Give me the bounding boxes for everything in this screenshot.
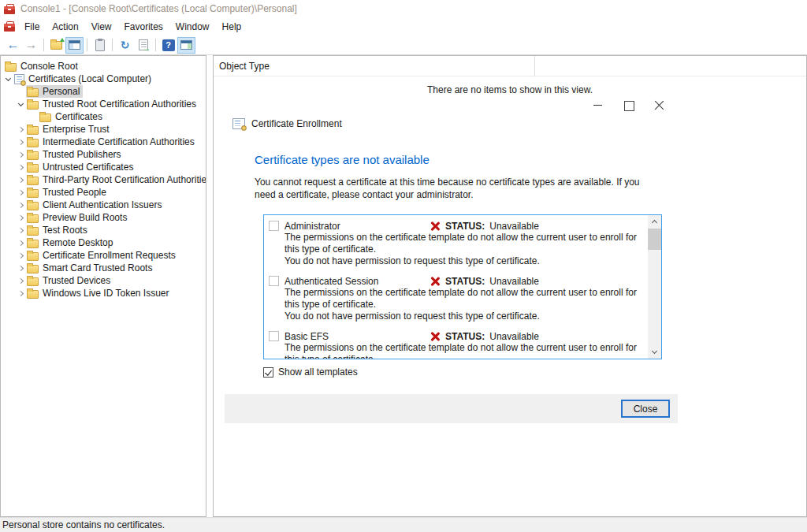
toolbar-separator	[155, 39, 156, 51]
folder-icon	[27, 151, 39, 160]
tree-item-enterprise-trust[interactable]: Enterprise Trust	[1, 123, 206, 136]
error-x-icon	[430, 331, 441, 342]
tree-item-certificates[interactable]: Certificates	[1, 110, 206, 123]
child-window-toolbox-icon[interactable]	[4, 24, 15, 32]
chevron-right-icon[interactable]	[15, 128, 26, 132]
tree-item-certificate-enrollment-requests[interactable]: Certificate Enrollment Requests	[1, 249, 206, 262]
tree-item-third-party-root-certification-authorities[interactable]: Third-Party Root Certification Authoriti…	[1, 173, 206, 186]
status-value: Unavailable	[489, 331, 539, 342]
certificate-enrollment-icon	[232, 118, 245, 129]
tree-item-preview-build-roots[interactable]: Preview Build Roots	[1, 211, 206, 224]
tree-item-intermediate-certification-authorities[interactable]: Intermediate Certification Authorities	[1, 136, 206, 148]
minimize-icon[interactable]	[593, 99, 604, 111]
scrollbar[interactable]	[648, 215, 661, 359]
tree-item-client-authentication-issuers[interactable]: Client Authentication Issuers	[1, 199, 206, 211]
template-description: The permissions on the certificate templ…	[284, 287, 644, 311]
menu-file[interactable]: File	[18, 19, 46, 35]
folder-icon	[27, 177, 39, 185]
folder-icon	[27, 290, 39, 299]
column-separator[interactable]	[534, 56, 535, 76]
tree-item-certificates-local-computer[interactable]: Certificates (Local Computer)	[1, 73, 206, 85]
tree-item-windows-live-id-token-issuer[interactable]: Windows Live ID Token Issuer	[1, 287, 206, 299]
chevron-right-icon[interactable]	[15, 292, 26, 296]
scroll-down-icon[interactable]	[648, 346, 661, 359]
folder-icon	[27, 126, 39, 135]
forward-icon[interactable]	[22, 37, 40, 54]
toolbar-separator	[43, 39, 44, 51]
column-header-object-type[interactable]: Object Type	[214, 56, 806, 76]
show-console-tree-icon[interactable]	[65, 37, 84, 54]
tree-item-console-root[interactable]: Console Root	[1, 60, 206, 73]
chevron-right-icon[interactable]	[15, 178, 26, 182]
chevron-right-icon[interactable]	[15, 229, 26, 233]
dialog-window-controls	[593, 99, 665, 111]
status-value: Unavailable	[489, 276, 539, 287]
chevron-right-icon[interactable]	[15, 166, 26, 169]
error-x-icon	[430, 221, 441, 232]
toolbar-separator	[87, 39, 87, 51]
chevron-right-icon[interactable]	[15, 266, 26, 270]
chevron-right-icon[interactable]	[15, 191, 26, 195]
dialog-title: Certificate Enrollment	[251, 118, 342, 129]
close-button[interactable]: Close	[621, 400, 670, 418]
status-bar: Personal store contains no certificates.	[0, 517, 807, 532]
chevron-right-icon[interactable]	[15, 140, 26, 144]
menu-view[interactable]: View	[85, 19, 118, 35]
menu-help[interactable]: Help	[216, 19, 248, 35]
menu-window[interactable]: Window	[169, 19, 216, 35]
menu-favorites[interactable]: Favorites	[118, 19, 169, 35]
chevron-right-icon[interactable]	[15, 153, 26, 157]
help-icon[interactable]: ?	[159, 37, 177, 54]
export-list-icon[interactable]	[134, 37, 152, 54]
menu-bar: File Action View Favorites Window Help	[0, 17, 807, 35]
dialog-footer: Close	[225, 394, 678, 423]
template-item-basic-efs: Basic EFS STATUS: Unavailable The permis…	[269, 330, 647, 359]
certificate-icon	[14, 74, 24, 84]
tree-item-remote-desktop[interactable]: Remote Desktop	[1, 236, 206, 249]
chevron-right-icon[interactable]	[15, 203, 26, 207]
tree-item-test-roots[interactable]: Test Roots	[1, 224, 206, 236]
tree-item-personal[interactable]: Personal	[1, 85, 206, 98]
tree-item-trusted-devices[interactable]: Trusted Devices	[1, 274, 206, 287]
checked-checkbox-icon[interactable]	[263, 367, 273, 378]
folder-icon	[27, 202, 39, 210]
back-icon[interactable]	[4, 37, 22, 54]
folder-icon	[27, 101, 39, 110]
mmc-toolbox-icon	[4, 6, 15, 14]
dialog-heading: Certificate types are not available	[255, 153, 430, 166]
template-row[interactable]: Basic EFS STATUS: Unavailable	[269, 330, 647, 342]
template-row[interactable]: Administrator STATUS: Unavailable	[269, 220, 647, 232]
chevron-right-icon[interactable]	[15, 279, 26, 283]
status-value: Unavailable	[489, 221, 539, 232]
refresh-icon[interactable]	[116, 37, 134, 54]
chevron-down-icon[interactable]	[2, 78, 13, 80]
close-icon[interactable]	[654, 99, 665, 111]
tree-item-trusted-publishers[interactable]: Trusted Publishers	[1, 148, 206, 161]
template-description: The permissions on the certificate templ…	[284, 342, 644, 359]
template-item-administrator: Administrator STATUS: Unavailable The pe…	[269, 220, 647, 267]
up-one-level-icon[interactable]	[47, 37, 65, 54]
template-item-authenticated-session: Authenticated Session STATUS: Unavailabl…	[269, 275, 647, 322]
tree-item-smart-card-trusted-roots[interactable]: Smart Card Trusted Roots	[1, 262, 206, 274]
scrollbar-thumb[interactable]	[648, 229, 661, 250]
show-all-templates-label[interactable]: Show all templates	[278, 366, 358, 378]
menu-action[interactable]: Action	[46, 19, 84, 35]
paste-icon[interactable]	[91, 37, 109, 54]
folder-icon	[5, 63, 17, 72]
folder-icon	[27, 164, 39, 173]
dialog-title-row: Certificate Enrollment	[232, 118, 342, 129]
chevron-right-icon[interactable]	[15, 216, 26, 220]
chevron-right-icon[interactable]	[15, 254, 26, 258]
tree-item-trusted-people[interactable]: Trusted People	[1, 186, 206, 199]
chevron-down-icon[interactable]	[15, 103, 26, 106]
show-action-pane-icon[interactable]	[177, 37, 195, 54]
folder-icon	[27, 240, 39, 248]
maximize-icon[interactable]	[623, 99, 634, 111]
tree-item-trusted-root-certification-authorities[interactable]: Trusted Root Certification Authorities	[1, 98, 206, 110]
template-row[interactable]: Authenticated Session STATUS: Unavailabl…	[269, 275, 647, 287]
show-all-templates-checkbox[interactable]: Show all templates	[263, 366, 358, 378]
folder-icon	[27, 252, 39, 261]
scroll-up-icon[interactable]	[648, 215, 661, 228]
tree-item-untrusted-certificates[interactable]: Untrusted Certificates	[1, 161, 206, 173]
chevron-right-icon[interactable]	[15, 241, 26, 245]
